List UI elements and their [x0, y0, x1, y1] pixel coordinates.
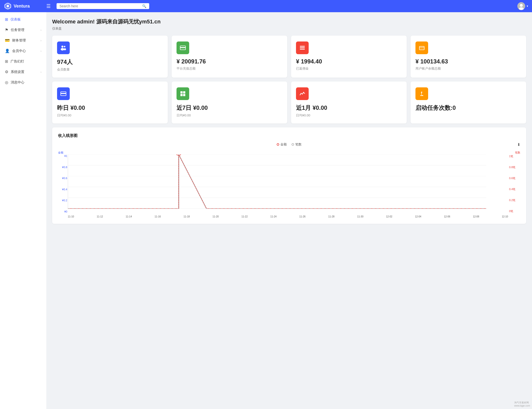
tasks-value: 启动任务次数:0 [415, 104, 521, 112]
sidebar-item-message[interactable]: ◎ 消息中心 [0, 77, 46, 88]
month1-label: 日均¥0.00 [296, 113, 402, 118]
search-input[interactable] [59, 4, 140, 8]
y-right-tick: 1笔 [509, 154, 520, 158]
y-left-tick: ¥1 [58, 154, 67, 157]
y-axis-right: 1笔 0.8笔 0.6笔 0.4笔 0.2笔 0笔 [509, 154, 520, 213]
sidebar-item-ad[interactable]: ⊞ 广告幻灯 [0, 56, 46, 67]
sidebar-item-dashboard[interactable]: ⊞ 仪表板 [0, 14, 46, 25]
chevron-down-icon: ▾ [527, 4, 528, 8]
x-tick: 11-12 [97, 215, 103, 218]
sidebar-label-task: 任务管理 [11, 28, 24, 32]
stat-cards-row1: 974人 会员数量 ¥ 20091.76 平台充值总额 ¥ 1994.40 已返… [52, 36, 526, 78]
chevron-right-icon: › [40, 39, 41, 42]
x-tick: 12-10 [502, 215, 508, 218]
sidebar-item-member[interactable]: 👤 会员中心 › [0, 46, 46, 56]
x-tick: 11-10 [68, 215, 74, 218]
x-tick: 11-24 [270, 215, 277, 218]
y-right-tick: 0.4笔 [509, 187, 520, 191]
legend-count: 笔数 [292, 142, 302, 147]
month1-icon-wrap [296, 87, 309, 100]
settings-icon: ⚙ [5, 70, 8, 74]
sidebar-item-task[interactable]: ⚑ 任务管理 › [0, 25, 46, 35]
stat-card-members: 974人 会员数量 [52, 36, 168, 78]
month1-value: 近1月 ¥0.00 [296, 104, 402, 112]
svg-rect-12 [300, 46, 305, 47]
x-tick: 12-08 [473, 215, 479, 218]
sidebar-label-ad: 广告幻灯 [10, 59, 24, 64]
chart-container: ¥1 ¥0.8 ¥0.6 ¥0.4 ¥0.2 ¥0 金额 1笔 0.8笔 0.6… [58, 150, 520, 218]
members-icon-wrap [57, 41, 70, 54]
week7-label: 日均¥0.00 [177, 113, 282, 118]
avatar [517, 2, 525, 10]
y-left-tick: ¥0.6 [58, 177, 67, 180]
ad-icon: ⊞ [5, 59, 8, 64]
svg-point-3 [520, 4, 523, 7]
svg-point-8 [64, 48, 66, 50]
chevron-right-icon: › [40, 71, 41, 73]
sidebar-item-finance[interactable]: 💳 财务管理 › [0, 35, 46, 46]
x-tick: 11-30 [357, 215, 364, 218]
stat-card-yesterday: 昨日 ¥0.00 日均¥0.00 [52, 82, 168, 123]
member-icon: 👤 [5, 49, 10, 53]
legend-amount: 金额 [277, 142, 287, 147]
stat-card-rebate: ¥ 1994.40 已返佣金 [291, 36, 407, 78]
svg-point-6 [64, 46, 65, 47]
svg-point-11 [181, 48, 182, 49]
app-header: Ventura ☰ 🔍 ▾ [0, 0, 532, 12]
chart-title: 收入线形图 [58, 133, 520, 138]
y-left-tick: ¥0.4 [58, 188, 67, 191]
svg-rect-13 [300, 47, 305, 48]
y-axis-left: ¥1 ¥0.8 ¥0.6 ¥0.4 ¥0.2 ¥0 [58, 154, 67, 213]
y-left-tick: ¥0.8 [58, 166, 67, 169]
recharge-label: 平台充值总额 [177, 66, 282, 71]
legend-label-amount: 金额 [280, 142, 287, 147]
svg-rect-18 [61, 93, 66, 94]
main-content: Welcome admin! 源码来自源码无忧ym51.cn 仪表盘 974人 … [46, 12, 532, 409]
download-icon[interactable]: ⬇ [517, 142, 520, 147]
stat-card-balance: ¥ 100134.63 用户账户余额总额 [411, 36, 526, 78]
svg-rect-22 [183, 94, 185, 96]
x-tick: 11-16 [155, 215, 161, 218]
hamburger-button[interactable]: ☰ [44, 2, 53, 10]
sidebar-label-finance: 财务管理 [12, 38, 26, 43]
recharge-value: ¥ 20091.76 [177, 58, 282, 65]
chart-section: 收入线形图 ⬇ 金额 笔数 [52, 127, 526, 224]
chevron-right-icon: › [40, 50, 41, 52]
message-icon: ◎ [5, 80, 8, 85]
y-left-tick: ¥0.2 [58, 199, 67, 202]
sidebar-label-member: 会员中心 [12, 49, 26, 53]
balance-icon-wrap [415, 41, 428, 54]
rebate-label: 已返佣金 [296, 66, 402, 71]
sidebar-item-settings[interactable]: ⚙ 系统设置 › [0, 67, 46, 77]
y-left-label: 金额 [58, 151, 63, 154]
svg-rect-14 [300, 49, 305, 50]
brand-name: Ventura [14, 4, 30, 9]
sidebar-label-settings: 系统设置 [11, 70, 24, 74]
x-tick: 12-06 [444, 215, 450, 218]
week7-icon-wrap [177, 87, 189, 100]
week7-value: 近7日 ¥0.00 [177, 104, 282, 112]
y-right-tick: 0笔 [509, 209, 520, 213]
tasks-icon-wrap [415, 87, 428, 100]
members-label: 会员数量 [57, 67, 163, 72]
search-icon: 🔍 [142, 4, 146, 8]
x-tick: 11-26 [299, 215, 306, 218]
dashboard-icon: ⊞ [5, 17, 8, 22]
stat-card-tasks: 启动任务次数:0 [411, 82, 526, 123]
yesterday-value: 昨日 ¥0.00 [57, 104, 163, 112]
yesterday-label: 日均¥0.00 [57, 113, 163, 118]
x-tick: 11-14 [126, 215, 132, 218]
svg-point-7 [61, 48, 64, 51]
svg-rect-20 [183, 91, 185, 93]
svg-rect-10 [180, 47, 186, 48]
svg-rect-23 [420, 95, 423, 96]
task-icon: ⚑ [5, 28, 8, 32]
balance-label: 用户账户余额总额 [415, 66, 521, 71]
user-menu[interactable]: ▾ [517, 2, 528, 10]
y-right-tick: 0.8笔 [509, 165, 520, 169]
search-box[interactable]: 🔍 [57, 3, 149, 9]
y-left-tick: ¥0 [58, 210, 67, 213]
y-right-tick: 0.6笔 [509, 176, 520, 180]
svg-rect-16 [419, 47, 424, 48]
svg-point-5 [61, 46, 63, 48]
